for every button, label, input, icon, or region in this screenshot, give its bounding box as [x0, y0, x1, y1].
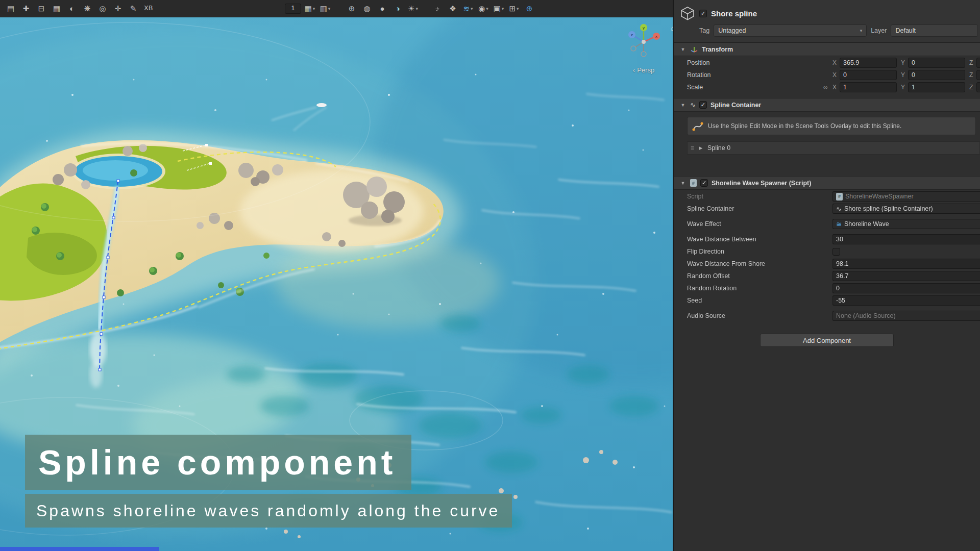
- toolbar-zoom-tool-button[interactable]: ◎: [96, 2, 109, 15]
- flip-direction-label: Flip Direction: [687, 248, 832, 255]
- foldout-icon[interactable]: ▼: [679, 47, 687, 52]
- gameobject-active-checkbox[interactable]: ✓: [699, 10, 707, 17]
- wave-distance-from-shore-label: Wave Distance From Shore: [687, 260, 832, 267]
- home-icon[interactable]: ⌂: [671, 23, 673, 33]
- toolbar-paint-tool-button-icon: ✎: [130, 5, 137, 12]
- dropdown-caret-icon: ▾: [471, 6, 473, 11]
- toolbar-tool-index-field[interactable]: 1: [285, 4, 301, 14]
- toolbar-skybox-button[interactable]: ◍: [360, 2, 374, 15]
- toolbar-grid-snap-button-icon: ▦: [305, 5, 312, 12]
- transform-header[interactable]: ▼ Transform: [674, 42, 980, 56]
- axis-z-ball-label: z: [631, 33, 633, 37]
- spline-icon: ∿: [836, 206, 842, 212]
- toolbar-shading-button-icon: ◐: [69, 5, 74, 12]
- toolbar-shaded-mode-button-icon: ●: [380, 5, 384, 12]
- toolbar-panels-button[interactable]: ▤: [4, 2, 17, 15]
- transform-position-row: Position X 365.9 Y 0 Z: [674, 57, 980, 68]
- chevron-left-icon: ‹: [633, 66, 635, 74]
- toolbar-grid-visibility-button[interactable]: ⊞▾: [507, 2, 521, 15]
- toolbar-panels-button-icon: ▤: [7, 5, 14, 12]
- position-z-field[interactable]: [976, 58, 980, 68]
- seed-field[interactable]: -55: [832, 295, 980, 306]
- wave-effect-value: Shoreline Wave: [844, 220, 889, 228]
- spline-icon: ∿: [690, 102, 696, 108]
- wave-spawner-header[interactable]: ▼ # ✓ Shoreline Wave Spawner (Script): [674, 176, 980, 190]
- spline-container-component: ▼ ∿ ✓ Spline Container Use the Spline Ed…: [674, 98, 980, 155]
- toolbar-shaded-mode-button[interactable]: ●: [376, 2, 389, 15]
- wave-spawner-enabled-checkbox[interactable]: ✓: [700, 179, 708, 187]
- random-offset-field[interactable]: 36.7: [832, 271, 980, 281]
- spline0-row[interactable]: ≡ ▶ Spline 0: [687, 141, 980, 155]
- layer-dropdown[interactable]: Default: [891, 24, 978, 37]
- toolbar-scene-camera-button[interactable]: ⊕: [345, 2, 358, 15]
- spline-container-header[interactable]: ▼ ∿ ✓ Spline Container: [674, 98, 980, 112]
- toolbar-lighting-button[interactable]: ☀▾: [406, 2, 420, 15]
- orientation-gizmo[interactable]: y x z: [622, 20, 665, 63]
- toolbar-layers-button[interactable]: ▣▾: [492, 2, 505, 15]
- rotation-z-field[interactable]: [976, 70, 980, 80]
- add-component-button[interactable]: Add Component: [760, 334, 894, 347]
- toolbar-move-tool-button[interactable]: ✚: [19, 2, 33, 15]
- toolbar-water-overlay-button[interactable]: ≋▾: [461, 2, 475, 15]
- scale-label: Scale: [687, 84, 823, 91]
- transform-scale-row: Scale ∞ X 1 Y 1 Z: [674, 82, 980, 93]
- scale-x-field[interactable]: 1: [840, 82, 897, 92]
- flip-direction-checkbox[interactable]: [832, 248, 840, 256]
- random-offset-row: Random Offset 36.7: [674, 270, 980, 282]
- toolbar-xb-label: XB: [142, 2, 155, 15]
- projection-mode[interactable]: ‹Persp: [610, 66, 673, 74]
- random-rotation-row: Random Rotation 0: [674, 283, 980, 294]
- toolbar-grid-snap-button[interactable]: ▦▾: [303, 2, 316, 15]
- wave-distance-between-field[interactable]: 30: [832, 234, 980, 244]
- dropdown-caret-icon: ▾: [502, 6, 504, 11]
- foldout-icon[interactable]: ▼: [679, 181, 687, 186]
- spline-container-enabled-checkbox[interactable]: ✓: [699, 101, 707, 109]
- spline0-label: Spline 0: [707, 144, 730, 152]
- random-rotation-field[interactable]: 0: [832, 283, 980, 293]
- toolbar-transform-tool-button-icon: ✛: [115, 5, 121, 12]
- toolbar-lit-mode-button-icon: ◑: [395, 5, 400, 12]
- position-y-field[interactable]: 0: [908, 58, 965, 68]
- toolbar-align-tool-button[interactable]: ⊟: [35, 2, 48, 15]
- axis-x-label: X: [832, 71, 840, 79]
- layer-label: Layer: [871, 27, 887, 34]
- position-x-field[interactable]: 365.9: [840, 58, 897, 68]
- toolbar-effects-button[interactable]: ❋: [81, 2, 94, 15]
- rotation-x-field[interactable]: 0: [840, 70, 897, 80]
- toolbar-visibility-button[interactable]: ◉▾: [477, 2, 490, 15]
- spline-container-object-field[interactable]: ∿ Shore spline (Spline Container): [832, 204, 980, 214]
- rotation-y-field[interactable]: 0: [908, 70, 965, 80]
- toolbar-gap: [334, 8, 343, 9]
- foldout-closed-icon[interactable]: ▶: [697, 145, 704, 151]
- scale-z-field[interactable]: [976, 82, 980, 92]
- axis-y-label: Y: [901, 84, 908, 91]
- scale-y-field[interactable]: 1: [908, 82, 965, 92]
- inspector-panel: ✓ Shore spline Tag Untagged ▾ Layer Defa…: [673, 0, 980, 551]
- toolbar-transform-tool-button[interactable]: ✛: [111, 2, 125, 15]
- toolbar-effects-toggle-button[interactable]: ❖: [446, 2, 459, 15]
- toolbar-lit-mode-button[interactable]: ◑: [391, 2, 404, 15]
- spline-container-value: Shore spline (Spline Container): [844, 205, 933, 212]
- drag-handle-icon[interactable]: ≡: [691, 144, 694, 152]
- toolbar-cloud-button[interactable]: ⊕: [523, 2, 536, 15]
- toolbar-shading-button[interactable]: ◐: [65, 2, 79, 15]
- gameobject-name[interactable]: Shore spline: [711, 9, 757, 18]
- audio-source-object-field[interactable]: None (Audio Source): [832, 311, 980, 321]
- toolbar-snap-increment-button[interactable]: ▥▾: [318, 2, 332, 15]
- wave-distance-from-shore-field[interactable]: 98.1: [832, 259, 980, 269]
- script-object-field[interactable]: # ShorelineWaveSpawner: [832, 191, 980, 202]
- spline-help-text: Use the Spline Edit Mode in the Scene To…: [708, 122, 901, 130]
- foldout-icon[interactable]: ▼: [679, 103, 687, 108]
- toolbar-paint-tool-button[interactable]: ✎: [127, 2, 140, 15]
- scale-link-icon[interactable]: ∞: [823, 84, 828, 91]
- wave-distance-between-row: Wave Distance Between 30: [674, 234, 980, 245]
- caption-title-banner: Spline component: [25, 435, 411, 490]
- toolbar-grid-tool-button[interactable]: ▦: [50, 2, 63, 15]
- tag-dropdown[interactable]: Untagged ▾: [714, 24, 867, 37]
- dropdown-caret-icon: ▾: [517, 6, 519, 11]
- wave-effect-object-field[interactable]: ≋ Shoreline Wave: [832, 219, 980, 229]
- wave-distance-between-label: Wave Distance Between: [687, 236, 832, 243]
- toolbar-audio-mute-button[interactable]: ♪: [431, 2, 444, 15]
- transform-icon: [690, 45, 698, 54]
- toolbar-grid-tool-button-icon: ▦: [53, 5, 60, 12]
